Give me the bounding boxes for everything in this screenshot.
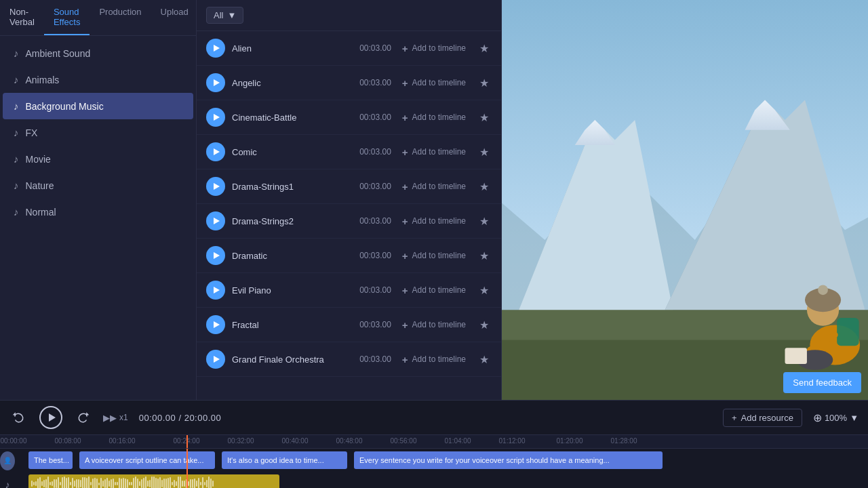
ruler-label-1: 00:08:00: [55, 437, 81, 445]
music-icon: ♪: [14, 74, 19, 85]
zoom-chevron-icon: ▼: [850, 413, 859, 423]
sidebar-item-label: FX: [26, 127, 38, 138]
avatar: 👤: [0, 451, 15, 470]
favorite-button-grand-finale[interactable]: ★: [477, 352, 492, 367]
music-track-col: ♪: [0, 478, 15, 489]
tab-non-verbal[interactable]: Non-Verbal: [0, 0, 44, 35]
add-resource-label: Add resource: [741, 413, 793, 423]
bottom-controls: ▶▶ x1 00:00.00 / 20:00.00 + Add resource…: [0, 400, 868, 488]
playhead: [186, 449, 188, 488]
play-button-angelic[interactable]: [206, 73, 225, 92]
add-to-timeline-button-angelic[interactable]: + Add to timeline: [398, 75, 470, 92]
sound-name: Grand Finale Orchestra: [232, 354, 344, 365]
add-to-timeline-button-evil-piano[interactable]: + Add to timeline: [398, 282, 470, 299]
sound-duration: 00:03.00: [351, 354, 391, 364]
favorite-button-cinematic[interactable]: ★: [477, 110, 492, 125]
sidebar-item-background-music[interactable]: ♪ Background Music: [3, 93, 193, 119]
sound-item-grand-finale: Grand Finale Orchestra 00:03.00 + Add to…: [197, 342, 501, 377]
zoom-icon: ⊕: [813, 411, 822, 424]
add-to-timeline-button-fractal[interactable]: + Add to timeline: [398, 317, 470, 333]
add-to-timeline-button-drama2[interactable]: + Add to timeline: [398, 213, 470, 230]
sidebar-item-movie[interactable]: ♪ Movie: [3, 146, 193, 172]
play-button-alien[interactable]: [206, 39, 225, 58]
play-button-dramatic[interactable]: [206, 246, 225, 265]
add-to-timeline-button-dramatic[interactable]: + Add to timeline: [398, 247, 470, 264]
playhead-ruler: [186, 435, 188, 449]
add-resource-button[interactable]: + Add resource: [723, 409, 802, 427]
plus-icon: +: [732, 413, 737, 423]
favorite-button-drama2[interactable]: ★: [477, 214, 492, 229]
sound-duration: 00:03.00: [351, 285, 391, 295]
music-icon: ♪: [14, 206, 19, 218]
redo-button[interactable]: [73, 408, 92, 427]
filter-dropdown[interactable]: All ▼: [206, 7, 243, 24]
play-button-grand-finale[interactable]: [206, 350, 225, 369]
audio-track-content: [15, 473, 868, 489]
sidebar-item-label: Movie: [26, 154, 51, 165]
add-to-timeline-button-alien[interactable]: + Add to timeline: [398, 40, 470, 57]
tabs-row: Non-Verbal Sound Effects Production Uplo…: [0, 0, 196, 36]
playhead-head: [182, 449, 192, 450]
sidebar-item-ambient-sound[interactable]: ♪ Ambient Sound: [3, 40, 193, 66]
music-icon: ♪: [14, 127, 19, 138]
favorite-button-evil-piano[interactable]: ★: [477, 283, 492, 298]
svg-rect-14: [837, 318, 859, 346]
sound-item-cinematic-battle: Cinematic-Battle 00:03.00 + Add to timel…: [197, 100, 501, 135]
sidebar-item-animals[interactable]: ♪ Animals: [3, 66, 193, 93]
tab-sound-effects[interactable]: Sound Effects: [44, 0, 90, 35]
play-icon: [49, 413, 56, 422]
sound-name: Fractal: [232, 320, 344, 330]
favorite-button-dramatic[interactable]: ★: [477, 248, 492, 264]
add-to-timeline-button-grand-finale[interactable]: + Add to timeline: [398, 351, 470, 368]
sound-duration: 00:03.00: [351, 182, 391, 191]
add-to-timeline-button-comic[interactable]: + Add to timeline: [398, 144, 470, 161]
send-feedback-button[interactable]: Send feedback: [783, 372, 861, 393]
sound-name: Evil Piano: [232, 285, 344, 296]
caption-block-3[interactable]: It's also a good idea to time...: [222, 451, 347, 469]
sidebar-item-label: Animals: [26, 75, 60, 85]
sidebar-item-fx[interactable]: ♪ FX: [3, 119, 193, 146]
tab-production[interactable]: Production: [90, 0, 151, 35]
ruler-label-6: 00:48:00: [336, 437, 363, 445]
play-button-fractal[interactable]: [206, 315, 225, 334]
play-button-evil-piano[interactable]: [206, 281, 225, 300]
caption-block-1[interactable]: The best...: [28, 451, 73, 469]
caption-block-2[interactable]: A voiceover script outline can take...: [79, 451, 215, 469]
preview-image: [502, 0, 868, 400]
sound-item-drama-strings1: Drama-Strings1 00:03.00 + Add to timelin…: [197, 169, 501, 204]
favorite-button-drama1[interactable]: ★: [477, 179, 492, 195]
play-pause-button[interactable]: [39, 406, 62, 429]
waveform-bars: [28, 474, 216, 489]
add-to-timeline-button-drama1[interactable]: + Add to timeline: [398, 178, 470, 195]
zoom-control[interactable]: ⊕ 100% ▼: [813, 411, 859, 424]
audio-track-row: ♪: [0, 472, 868, 488]
play-button-drama1[interactable]: [206, 177, 225, 196]
tab-upload[interactable]: Upload: [151, 0, 198, 35]
favorite-button-angelic[interactable]: ★: [477, 75, 492, 91]
undo-button[interactable]: [9, 408, 28, 427]
play-button-comic[interactable]: [206, 142, 225, 161]
sound-name: Drama-Strings2: [232, 216, 344, 226]
timeline-tracks: 👤 The best... A voiceover script outline…: [0, 449, 868, 488]
speed-control[interactable]: ▶▶ x1: [103, 413, 128, 423]
forward-icon: ▶▶: [103, 413, 117, 423]
redo-icon: [76, 411, 90, 424]
caption-block-4[interactable]: Every sentence you write for your voiceo…: [354, 451, 663, 469]
sidebar-item-nature[interactable]: ♪ Nature: [3, 172, 193, 199]
music-icon: ♪: [14, 180, 19, 191]
play-button-cinematic-battle[interactable]: [206, 108, 225, 127]
play-button-drama2[interactable]: [206, 211, 225, 230]
add-to-timeline-button-cinematic[interactable]: + Add to timeline: [398, 109, 470, 126]
favorite-button-comic[interactable]: ★: [477, 144, 492, 160]
audio-waveform[interactable]: [28, 474, 279, 489]
preview-panel: Send feedback: [502, 0, 868, 400]
music-icon: ♪: [14, 153, 19, 165]
timeline-area[interactable]: 00:00:00 00:08:00 00:16:00 00:24:00 00:3…: [0, 435, 868, 488]
favorite-button-fractal[interactable]: ★: [477, 317, 492, 333]
caption-track-content: The best... A voiceover script outline c…: [15, 449, 868, 472]
sidebar-item-normal[interactable]: ♪ Normal: [3, 199, 193, 225]
favorite-button-alien[interactable]: ★: [477, 41, 492, 56]
sound-duration: 00:03.00: [351, 113, 391, 122]
undo-icon: [12, 411, 26, 424]
ruler-label-8: 01:04:00: [445, 437, 471, 445]
